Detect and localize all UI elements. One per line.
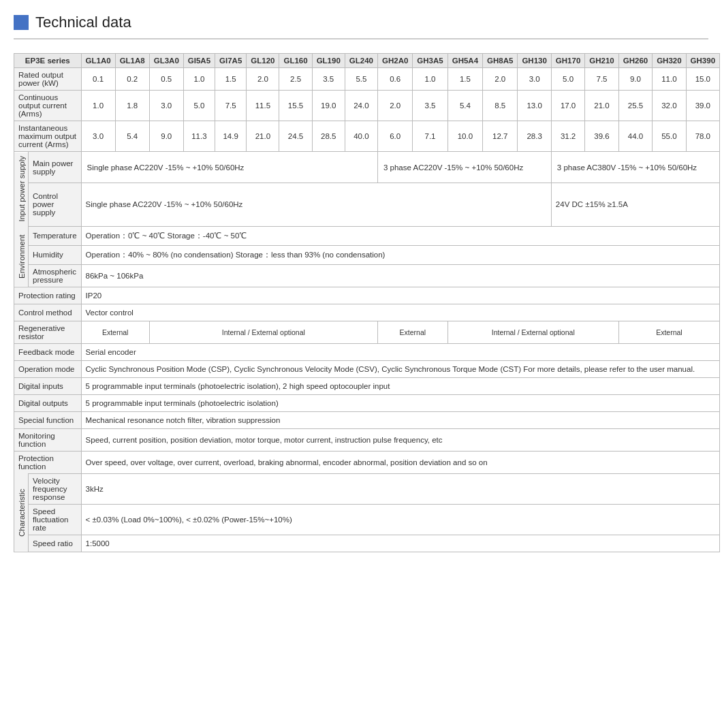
- imc-v18: 78.0: [686, 121, 719, 152]
- series-label: EP3E series: [14, 54, 82, 68]
- speed-fluctuation-rate-row: Speed fluctuation rate < ±0.03% (Load 0%…: [14, 504, 720, 535]
- regenerative-resistor-label: Regenerative resistor: [14, 321, 82, 343]
- instantaneous-max-current-row: Instantaneous maximum output current (Ar…: [14, 121, 720, 152]
- special-function-row: Special function Mechanical resonance no…: [14, 411, 720, 428]
- rop-v5: 2.0: [247, 68, 279, 91]
- coc-v10: 3.5: [413, 91, 448, 121]
- atmospheric-pressure-label: Atmospheric pressure: [29, 264, 82, 287]
- page-title: Technical data: [35, 14, 131, 31]
- model-GH2A0: GH2A0: [377, 54, 412, 68]
- rop-v9: 0.6: [377, 68, 412, 91]
- control-power-supply-label: Control power supply: [29, 183, 82, 226]
- atmospheric-pressure-row: Atmospheric pressure 86kPa ~ 106kPa: [14, 264, 720, 287]
- coc-v15: 21.0: [585, 91, 618, 121]
- sfr-value: < ±0.03% (Load 0%~100%), < ±0.02% (Power…: [81, 504, 719, 535]
- vfr-value: 3kHz: [81, 473, 719, 504]
- regen-col2: Internal / External optional: [149, 321, 377, 343]
- main-power-supply-row: Input power supply Main power supply Sin…: [14, 152, 720, 183]
- special-function-label: Special function: [14, 411, 82, 428]
- control-method-value: Vector control: [81, 304, 719, 321]
- imc-v8: 40.0: [345, 121, 377, 152]
- coc-v13: 13.0: [518, 91, 551, 121]
- sfr-label: Speed fluctuation rate: [29, 504, 82, 535]
- model-GH320: GH320: [653, 54, 686, 68]
- velocity-frequency-response-row: Characteristic Velocity frequency respon…: [14, 473, 720, 504]
- feedback-mode-label: Feedback mode: [14, 343, 82, 360]
- rop-v16: 9.0: [618, 68, 652, 91]
- temperature-row: Environment Temperature Operation：0℃ ~ 4…: [14, 226, 720, 245]
- coc-v1: 1.8: [115, 91, 149, 121]
- temperature-value: Operation：0℃ ~ 40℃ Storage：-40℃ ~ 50℃: [81, 226, 719, 245]
- imc-v15: 39.6: [585, 121, 618, 152]
- model-GL160: GL160: [279, 54, 312, 68]
- vfr-label: Velocity frequency response: [29, 473, 82, 504]
- imc-v16: 44.0: [618, 121, 652, 152]
- protection-function-value: Over speed, over voltage, over current, …: [81, 451, 719, 473]
- imc-v2: 9.0: [149, 121, 183, 152]
- sr-value: 1:5000: [81, 535, 719, 552]
- header-row: EP3E series GL1A0 GL1A8 GL3A0 GI5A5 GI7A…: [14, 54, 720, 68]
- imc-v9: 6.0: [377, 121, 412, 152]
- model-GH5A4: GH5A4: [448, 54, 482, 68]
- model-GH210: GH210: [585, 54, 618, 68]
- sr-label: Speed ratio: [29, 535, 82, 552]
- model-GI7A5: GI7A5: [215, 54, 247, 68]
- model-GH3A5: GH3A5: [413, 54, 448, 68]
- technical-data-table: EP3E series GL1A0 GL1A8 GL3A0 GI5A5 GI7A…: [14, 53, 720, 552]
- rop-v7: 3.5: [312, 68, 345, 91]
- digital-inputs-value: 5 programmable input terminals (photoele…: [81, 377, 719, 394]
- rop-v17: 11.0: [653, 68, 686, 91]
- control-method-row: Control method Vector control: [14, 304, 720, 321]
- temperature-label: Temperature: [29, 226, 82, 245]
- digital-inputs-label: Digital inputs: [14, 377, 82, 394]
- control-power-supply-col2: 24V DC ±15% ≥1.5A: [551, 183, 719, 226]
- imc-v1: 5.4: [115, 121, 149, 152]
- control-power-supply-row: Control power supply Single phase AC220V…: [14, 183, 720, 226]
- model-GI5A5: GI5A5: [183, 54, 215, 68]
- main-power-supply-label: Main power supply: [29, 152, 82, 183]
- model-GL1A0: GL1A0: [81, 54, 115, 68]
- environment-group-label: Environment: [14, 226, 29, 287]
- humidity-label: Humidity: [29, 245, 82, 264]
- continuous-output-current-row: Continuous output current (Arms) 1.0 1.8…: [14, 91, 720, 121]
- regenerative-resistor-row: Regenerative resistor External Internal …: [14, 321, 720, 343]
- regen-col5: External: [618, 321, 719, 343]
- model-GH260: GH260: [618, 54, 652, 68]
- imc-v14: 31.2: [551, 121, 584, 152]
- coc-v5: 11.5: [247, 91, 279, 121]
- rop-v11: 1.5: [448, 68, 482, 91]
- model-GL3A0: GL3A0: [149, 54, 183, 68]
- imc-v0: 3.0: [81, 121, 115, 152]
- coc-v18: 39.0: [686, 91, 719, 121]
- atmospheric-pressure-value: 86kPa ~ 106kPa: [81, 264, 719, 287]
- model-GH130: GH130: [518, 54, 551, 68]
- feedback-mode-value: Serial encoder: [81, 343, 719, 360]
- model-GL120: GL120: [247, 54, 279, 68]
- coc-v6: 15.5: [279, 91, 312, 121]
- page-title-area: Technical data: [14, 14, 708, 39]
- coc-v16: 25.5: [618, 91, 652, 121]
- coc-v3: 5.0: [183, 91, 215, 121]
- coc-v9: 2.0: [377, 91, 412, 121]
- main-power-supply-col3: 3 phase AC380V -15% ~ +10% 50/60Hz: [551, 152, 719, 183]
- rop-v8: 5.5: [345, 68, 377, 91]
- imc-v5: 21.0: [247, 121, 279, 152]
- rop-v12: 2.0: [483, 68, 518, 91]
- special-function-value: Mechanical resonance notch filter, vibra…: [81, 411, 719, 428]
- rop-v6: 2.5: [279, 68, 312, 91]
- coc-v8: 24.0: [345, 91, 377, 121]
- main-power-supply-col2: 3 phase AC220V -15% ~ +10% 50/60Hz: [377, 152, 551, 183]
- monitoring-function-label: Monitoring function: [14, 428, 82, 451]
- regen-col4: Internal / External optional: [448, 321, 618, 343]
- coc-v7: 19.0: [312, 91, 345, 121]
- rop-v13: 3.0: [518, 68, 551, 91]
- imc-v4: 14.9: [215, 121, 247, 152]
- rop-v4: 1.5: [215, 68, 247, 91]
- imc-v13: 28.3: [518, 121, 551, 152]
- coc-v2: 3.0: [149, 91, 183, 121]
- coc-v12: 8.5: [483, 91, 518, 121]
- operation-mode-row: Operation mode Cyclic Synchronous Positi…: [14, 360, 720, 377]
- imc-v11: 10.0: [448, 121, 482, 152]
- rop-v14: 5.0: [551, 68, 584, 91]
- regen-col3: External: [377, 321, 448, 343]
